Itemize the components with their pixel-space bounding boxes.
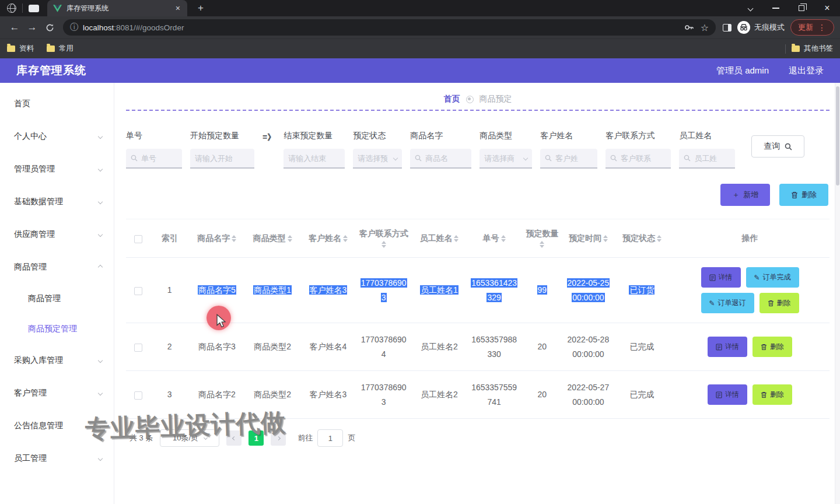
logout-link[interactable]: 退出登录 <box>789 65 824 76</box>
key-icon[interactable] <box>684 23 694 32</box>
sort-icon[interactable] <box>603 235 608 242</box>
goods-type-select[interactable] <box>484 154 520 163</box>
detail-button[interactable]: 详情 <box>708 384 747 405</box>
sort-icon[interactable] <box>288 235 292 242</box>
end-quantity-input[interactable] <box>288 154 340 163</box>
column-header-order-no[interactable]: 单号 <box>467 219 522 258</box>
column-header-status[interactable]: 预定状态 <box>614 219 670 258</box>
trash-icon <box>791 191 798 199</box>
bookmark-folder[interactable]: 资料 <box>7 44 34 54</box>
mouse-cursor <box>215 314 228 328</box>
cell-employee-name: 员工姓名2 <box>411 371 467 419</box>
filter-label: 员工姓名 <box>679 131 735 141</box>
goto-page-input[interactable] <box>317 429 343 447</box>
row-checkbox[interactable] <box>134 287 142 295</box>
reload-icon[interactable] <box>41 19 58 36</box>
new-tab-button[interactable]: + <box>194 2 207 14</box>
column-header-customer-name[interactable]: 客户姓名 <box>300 219 356 258</box>
sidebar-item-home[interactable]: 首页 <box>0 88 114 120</box>
window-restore-button[interactable] <box>789 0 814 16</box>
sort-icon[interactable] <box>657 235 662 242</box>
add-button[interactable]: ＋ 新增 <box>720 184 770 206</box>
browser-tab[interactable]: 库存管理系统 × <box>47 0 187 16</box>
bookmark-label: 常用 <box>59 44 74 54</box>
sort-icon[interactable] <box>382 241 386 248</box>
customer-contact-input[interactable] <box>621 154 666 163</box>
cell-customer-contact: 17703786904 <box>356 323 411 371</box>
sidebar-item-profile[interactable]: 个人中心 <box>0 120 114 153</box>
sidebar-item-label: 供应商管理 <box>14 229 55 240</box>
url-bar[interactable]: ⓘ localhost:8081/#/goodsOrder ☆ <box>63 19 716 36</box>
delete-button[interactable]: 删除 <box>779 184 828 206</box>
column-header-quantity[interactable]: 预定数量 <box>522 219 563 258</box>
employee-name-input[interactable] <box>694 154 730 163</box>
select-all-checkbox[interactable] <box>134 235 142 243</box>
bookmark-star-icon[interactable]: ☆ <box>701 22 709 33</box>
plus-icon: ＋ <box>732 190 740 200</box>
row-delete-button[interactable]: 删除 <box>760 293 799 313</box>
trash-icon <box>761 344 767 351</box>
forward-icon[interactable]: → <box>23 19 41 36</box>
sort-icon[interactable] <box>343 235 348 242</box>
sidebar-subitem-goods-mgmt[interactable]: 商品管理 <box>0 284 114 314</box>
sort-icon[interactable] <box>454 235 459 242</box>
order-no-input[interactable] <box>141 154 177 163</box>
sidebar-item-base-data-mgmt[interactable]: 基础数据管理 <box>0 186 114 218</box>
order-complete-button[interactable]: ✎订单完成 <box>746 267 799 288</box>
row-checkbox[interactable] <box>134 391 142 400</box>
row-checkbox[interactable] <box>134 344 142 352</box>
detail-button[interactable]: 详情 <box>701 267 741 288</box>
order-status-select[interactable] <box>358 154 390 163</box>
sort-icon[interactable] <box>232 235 236 242</box>
sidebar-item-label: 个人中心 <box>14 131 47 142</box>
column-header-goods-type[interactable]: 商品类型 <box>245 219 300 258</box>
side-panel-icon[interactable] <box>723 24 732 32</box>
sidebar-item-purchase-inbound-mgmt[interactable]: 采购入库管理 <box>0 344 114 377</box>
column-header-time[interactable]: 预定时间 <box>563 219 614 258</box>
query-button[interactable]: 查询 <box>751 135 804 158</box>
goods-name-input[interactable] <box>425 154 467 163</box>
site-info-icon[interactable]: ⓘ <box>70 22 78 33</box>
back-icon[interactable]: ← <box>6 19 23 36</box>
chevron-down-icon <box>523 156 528 160</box>
sort-icon[interactable] <box>540 241 544 248</box>
start-quantity-input[interactable] <box>195 154 250 163</box>
column-header-index: 索引 <box>162 233 178 244</box>
sidebar-subitem-goods-order-mgmt[interactable]: 商品预定管理 <box>0 314 114 344</box>
row-delete-button[interactable]: 删除 <box>752 337 792 357</box>
sidebar-item-supplier-mgmt[interactable]: 供应商管理 <box>0 218 114 251</box>
detail-button[interactable]: 详情 <box>708 337 747 357</box>
search-icon <box>131 155 138 162</box>
other-bookmarks[interactable]: 其他书签 <box>792 44 833 54</box>
tab-close-icon[interactable]: × <box>173 4 183 13</box>
window-close-button[interactable]: × <box>814 0 840 16</box>
bookmark-folder[interactable]: 常用 <box>47 44 74 54</box>
row-delete-button[interactable]: 删除 <box>752 384 792 405</box>
pen-icon: ✎ <box>754 274 760 282</box>
window-minimize-button[interactable] <box>763 0 789 16</box>
column-header-goods-name[interactable]: 商品名字 <box>189 219 244 258</box>
sidebar-item-goods-mgmt[interactable]: 商品管理 <box>0 251 114 284</box>
column-header-customer-contact[interactable]: 客户联系方式 <box>356 219 411 258</box>
bookmark-label: 资料 <box>19 44 34 54</box>
sidebar-item-customer-mgmt[interactable]: 客户管理 <box>0 377 114 410</box>
sidebar-item-label: 首页 <box>14 99 30 109</box>
sort-icon[interactable] <box>501 235 506 242</box>
menu-dots-icon[interactable]: ⋮ <box>818 23 827 32</box>
table-actions: ＋ 新增 删除 <box>126 184 828 206</box>
app-title: 库存管理系统 <box>16 63 86 78</box>
customer-name-input[interactable] <box>555 154 593 163</box>
tab-search-icon[interactable] <box>737 0 763 16</box>
sidebar-item-employee-mgmt[interactable]: 员工管理 <box>0 442 114 475</box>
breadcrumb-home[interactable]: 首页 <box>444 94 460 104</box>
sidebar-item-admin-mgmt[interactable]: 管理员管理 <box>0 153 114 186</box>
filter-end-quantity: 结束预定数量 <box>284 131 345 169</box>
column-header-employee-name[interactable]: 员工姓名 <box>411 219 467 258</box>
page-scrollbar[interactable] <box>835 83 840 504</box>
filter-order-status: 预定状态 <box>353 131 402 169</box>
update-button[interactable]: 更新 ⋮ <box>790 19 834 36</box>
filter-customer-name: 客户姓名 <box>540 131 597 169</box>
incognito-indicator: 无痕模式 <box>737 21 785 34</box>
order-cancel-button[interactable]: ✎订单退订 <box>701 293 754 313</box>
scrollbar-thumb[interactable] <box>836 86 839 186</box>
